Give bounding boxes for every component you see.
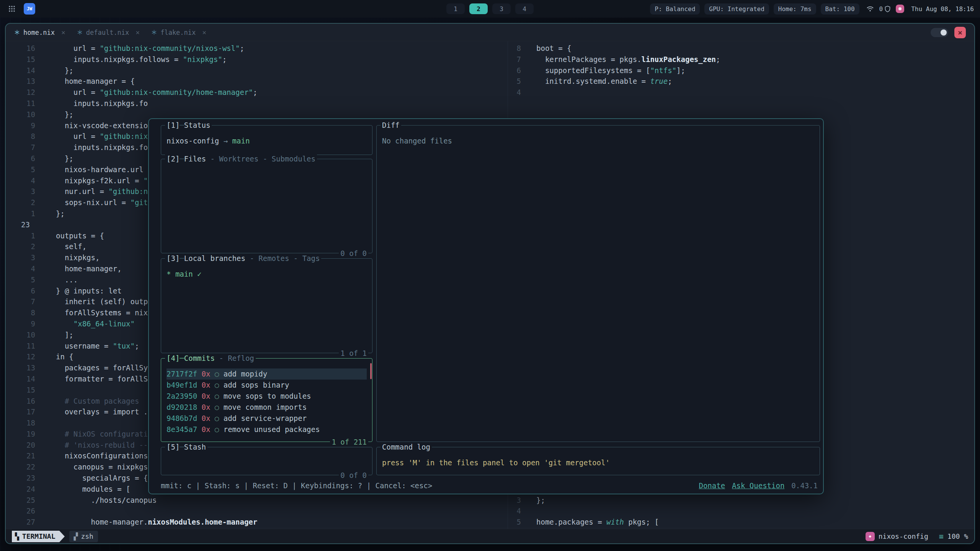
line-number: 6 — [511, 65, 521, 76]
system-tray: 0 — [866, 5, 905, 13]
line-number: 4 — [511, 505, 521, 517]
status-module: P: Balanced — [650, 3, 700, 15]
commit-row[interactable]: 2717f2f 0x ○ add mopidy — [167, 368, 367, 380]
panel-title: [1]─Status — [165, 121, 212, 130]
line-number: 4 — [511, 87, 521, 98]
workspace-button-3[interactable]: 3 — [492, 3, 511, 14]
code-text: "x86_64-linux" — [56, 318, 135, 329]
code-text: nixosConfigurations — [56, 450, 148, 461]
workspace-button-1[interactable]: 1 — [446, 3, 465, 14]
ask-question-link[interactable]: Ask Question — [732, 480, 784, 491]
line-number: 11 — [17, 341, 35, 352]
code-line: 13 home-manager = { — [6, 76, 508, 87]
code-text: ]; — [56, 329, 74, 341]
code-text: inherit (self) outp — [56, 296, 148, 307]
line-number: 3 — [17, 186, 35, 197]
code-text: initrd.systemd.enable = true; — [536, 76, 672, 87]
donate-link[interactable]: Donate — [699, 480, 725, 491]
code-line: 5 initrd.systemd.enable = true; — [508, 76, 974, 87]
commit-row[interactable]: b49ef1d 0x ○ add sops binary — [167, 380, 367, 391]
line-number: 17 — [17, 406, 35, 417]
mode-indicator: ▚ TERMINAL — [12, 531, 59, 542]
tab-default.nix[interactable]: default.nix× — [77, 28, 140, 36]
panel-title: [5]─Stash — [165, 442, 207, 452]
line-number: 3 — [17, 252, 35, 263]
commit-author: 0x — [197, 381, 210, 389]
commit-author: 0x — [197, 414, 210, 422]
tab-close-icon[interactable]: × — [202, 28, 206, 36]
code-text: url = "github:nix-community/nixos-wsl"; — [56, 43, 244, 54]
clock: Thu Aug 08, 18:16 — [911, 5, 974, 13]
lazygit-status-panel[interactable]: [1]─Status nixos-config → main — [161, 125, 372, 155]
tab-close-icon[interactable]: × — [136, 28, 140, 36]
lazygit-command-log-panel[interactable]: Command log press 'M' in the files panel… — [376, 447, 820, 475]
version-label: 0.43.1 — [791, 480, 818, 491]
line-number: 13 — [17, 76, 35, 87]
commit-row[interactable]: d920218 0x ○ move common imports — [167, 402, 367, 413]
code-text: # 'nixos-rebuild -- — [56, 440, 148, 451]
code-text: inputs.nixpkgs.follows = "nixpkgs"; — [56, 54, 227, 65]
tab-home.nix[interactable]: home.nix× — [14, 28, 65, 36]
code-text: }; — [536, 495, 545, 506]
code-text: forAllSystems = nix — [56, 307, 148, 318]
code-text: modules = [ — [56, 484, 130, 495]
commit-row[interactable]: 9486b7d 0x ○ add service-wrapper — [167, 413, 367, 424]
line-number: 20 — [17, 440, 35, 451]
commit-graph-node: ○ — [210, 381, 223, 389]
code-text: in { — [56, 351, 74, 362]
lazygit-stash-panel[interactable]: [5]─Stash 0 of 0 — [161, 447, 372, 475]
code-text: home-manager = { — [56, 76, 135, 87]
code-line: 15 inputs.nixpkgs.follows = "nixpkgs"; — [6, 54, 508, 65]
desktop: JW 1234 P: BalancedGPU: IntegratedHome: … — [0, 0, 980, 551]
line-number: 3 — [511, 495, 521, 506]
commit-row[interactable]: 8e345a7 0x ○ remove unused packages — [167, 424, 367, 435]
code-text: nixpkgs, — [56, 252, 100, 263]
tab-flake.nix[interactable]: flake.nix× — [151, 28, 206, 36]
tab-close-icon[interactable]: × — [61, 28, 65, 36]
window-close-button[interactable]: × — [954, 27, 966, 38]
lazygit-bottom-bar: mmit: c | Stash: s | Reset: D | Keybindi… — [161, 480, 818, 491]
lazygit-branches-panel[interactable]: [3]─Local branches - Remotes - Tags * ma… — [161, 258, 372, 353]
code-text: supportedFilesystems = ["ntfs"]; — [536, 65, 685, 76]
session-icon: ◆ — [866, 532, 875, 541]
line-number: 9 — [17, 318, 35, 329]
workspace-button-2[interactable]: 2 — [469, 3, 488, 14]
commit-graph-node: ○ — [210, 414, 223, 422]
wifi-icon[interactable] — [866, 6, 874, 12]
status-module: Home: 7ms — [774, 3, 816, 15]
nix-snowflake-icon — [151, 29, 157, 35]
screen-record-icon[interactable] — [896, 5, 904, 13]
line-number: 24 — [17, 484, 35, 495]
line-number: 6 — [17, 285, 35, 297]
code-text: self, — [56, 241, 87, 252]
window-pin-toggle[interactable] — [931, 28, 948, 37]
grid-dots-icon — [8, 5, 15, 12]
lazygit-commits-panel[interactable]: [4]─Commits - Reflog 2717f2f 0x ○ add mo… — [161, 358, 372, 442]
code-text: }; — [56, 109, 74, 120]
commit-list: 2717f2f 0x ○ add mopidyb49ef1d 0x ○ add … — [161, 359, 372, 438]
commit-message: remove unused packages — [224, 425, 320, 434]
commit-author: 0x — [197, 425, 210, 434]
commit-graph-node: ○ — [210, 425, 223, 434]
code-text: boot = { — [536, 43, 572, 54]
status-module: GPU: Integrated — [704, 3, 769, 15]
line-number: 7 — [511, 54, 521, 65]
system-top-bar: JW 1234 P: BalancedGPU: IntegratedHome: … — [0, 0, 980, 18]
notifications-indicator[interactable]: 0 — [879, 5, 891, 13]
line-number: 23 — [17, 473, 35, 484]
shell-tab[interactable]: ▞ zsh — [69, 531, 98, 542]
scrollbar-thumb[interactable] — [370, 363, 372, 379]
code-text: packages = forAllSy — [56, 362, 148, 373]
code-text: inputs.nixpkgs.fo — [56, 98, 148, 109]
lazygit-diff-panel[interactable]: Diff No changed files — [376, 125, 820, 442]
commit-hash: 8e345a7 — [167, 425, 197, 434]
line-number: 21 — [17, 450, 35, 461]
workspace-button-4[interactable]: 4 — [515, 3, 534, 14]
app-launcher-icon[interactable] — [6, 3, 18, 15]
commit-row[interactable]: 2a23950 0x ○ move sops to modules — [167, 391, 367, 402]
status-bar: ▚ TERMINAL ▞ zsh ◆ nixos-config ≡ 100 % — [6, 529, 974, 543]
line-number: 14 — [17, 65, 35, 76]
line-number: 18 — [17, 417, 35, 429]
lazygit-files-panel[interactable]: [2]─Files - Worktrees - Submodules 0 of … — [161, 159, 372, 253]
tab-title: flake.nix — [160, 29, 196, 36]
